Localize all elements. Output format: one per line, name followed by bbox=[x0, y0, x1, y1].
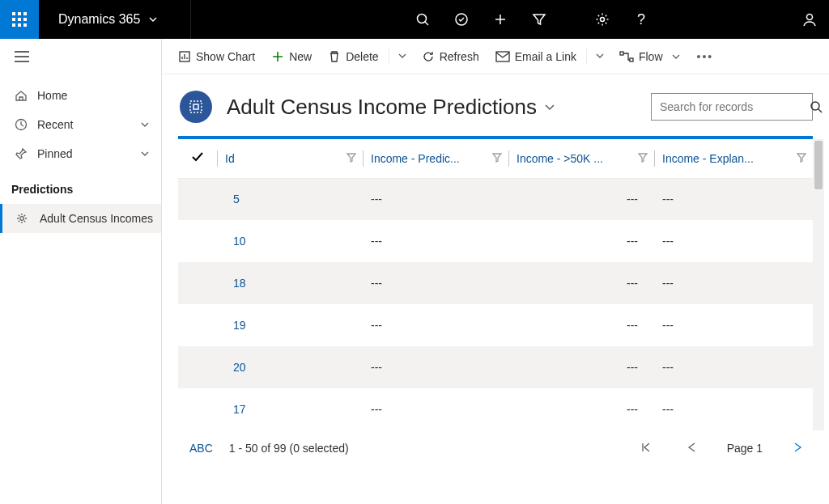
sidebar: Home Recent Pinned Predi bbox=[0, 39, 162, 504]
table-row[interactable]: 18--------- bbox=[178, 262, 813, 304]
cell-id[interactable]: 10 bbox=[217, 220, 363, 262]
main-content: Show Chart New Delete bbox=[162, 39, 829, 504]
nav-item-adult-census[interactable]: Adult Census Incomes bbox=[0, 204, 161, 233]
cmd-flow[interactable]: Flow bbox=[611, 39, 689, 74]
plus-icon bbox=[271, 50, 284, 63]
first-page-button[interactable] bbox=[631, 441, 661, 456]
search-button[interactable] bbox=[403, 0, 442, 39]
svg-rect-1 bbox=[18, 12, 21, 15]
nav-home[interactable]: Home bbox=[0, 81, 161, 110]
cmd-show-chart[interactable]: Show Chart bbox=[170, 39, 263, 74]
cmd-email-link[interactable]: Email a Link bbox=[487, 39, 585, 74]
filter-icon[interactable] bbox=[797, 152, 806, 165]
cell-gt50k: --- bbox=[508, 304, 654, 346]
grid-pager: ABC 1 - 50 of 99 (0 selected) Page 1 bbox=[178, 430, 813, 466]
cell-id[interactable]: 20 bbox=[217, 346, 363, 388]
settings-button[interactable] bbox=[583, 0, 622, 39]
search-icon[interactable] bbox=[810, 100, 823, 113]
cell-prediction: --- bbox=[363, 178, 508, 220]
task-button[interactable] bbox=[442, 0, 481, 39]
record-search[interactable] bbox=[651, 93, 813, 121]
cmd-delete[interactable]: Delete bbox=[320, 39, 386, 74]
add-button[interactable] bbox=[481, 0, 520, 39]
brand-switcher[interactable]: Dynamics 365 bbox=[39, 0, 191, 39]
row-selector[interactable] bbox=[178, 220, 217, 262]
cell-prediction: --- bbox=[363, 346, 508, 388]
svg-rect-19 bbox=[190, 101, 202, 112]
clock-icon bbox=[15, 118, 28, 131]
svg-rect-6 bbox=[12, 23, 15, 27]
view-title[interactable]: Adult Census Income Predictions bbox=[227, 95, 537, 120]
cell-gt50k: --- bbox=[508, 220, 654, 262]
cell-explanation: --- bbox=[654, 178, 813, 220]
cell-id[interactable]: 5 bbox=[217, 178, 363, 220]
refresh-icon bbox=[422, 50, 435, 63]
cmd-delete-split[interactable] bbox=[391, 50, 414, 63]
app-launcher-button[interactable] bbox=[0, 0, 39, 39]
grid-scrollbar[interactable] bbox=[813, 139, 824, 430]
cmd-label: Delete bbox=[346, 50, 378, 63]
next-page-button[interactable] bbox=[784, 441, 813, 456]
row-selector[interactable] bbox=[178, 262, 217, 304]
nav-pinned[interactable]: Pinned bbox=[0, 139, 161, 168]
table-row[interactable]: 20--------- bbox=[178, 346, 813, 388]
table-row[interactable]: 5--------- bbox=[178, 178, 813, 220]
svg-rect-8 bbox=[23, 23, 27, 27]
brand-label: Dynamics 365 bbox=[58, 12, 140, 27]
chevron-down-icon bbox=[140, 149, 150, 159]
cmd-overflow[interactable]: ••• bbox=[689, 50, 722, 63]
profile-button[interactable] bbox=[790, 0, 829, 39]
nav-recent-label: Recent bbox=[37, 118, 73, 131]
table-row[interactable]: 10--------- bbox=[178, 220, 813, 262]
cell-prediction: --- bbox=[363, 388, 508, 430]
cell-explanation: --- bbox=[654, 262, 813, 304]
cmd-refresh[interactable]: Refresh bbox=[414, 39, 487, 74]
svg-rect-2 bbox=[23, 12, 27, 15]
cell-id[interactable]: 18 bbox=[217, 262, 363, 304]
select-all-header[interactable] bbox=[178, 139, 217, 178]
record-grid: Id Income - Predic... Income - >50K ... … bbox=[178, 136, 813, 430]
hamburger-button[interactable] bbox=[15, 51, 29, 62]
nav-recent[interactable]: Recent bbox=[0, 110, 161, 139]
row-selector[interactable] bbox=[178, 346, 217, 388]
chevron-down-icon bbox=[671, 52, 681, 61]
svg-point-9 bbox=[418, 15, 427, 23]
row-selector[interactable] bbox=[178, 178, 217, 220]
cell-id[interactable]: 19 bbox=[217, 304, 363, 346]
col-explanation[interactable]: Income - Explan... bbox=[654, 139, 813, 178]
command-bar: Show Chart New Delete bbox=[162, 39, 829, 74]
trash-icon bbox=[328, 50, 341, 63]
search-input[interactable] bbox=[652, 100, 810, 113]
cmd-new[interactable]: New bbox=[263, 39, 320, 74]
filter-icon[interactable] bbox=[638, 152, 648, 165]
cell-id[interactable]: 17 bbox=[217, 388, 363, 430]
email-icon bbox=[495, 51, 510, 62]
alpha-filter[interactable]: ABC bbox=[189, 442, 213, 455]
filter-button[interactable] bbox=[520, 0, 559, 39]
table-row[interactable]: 17--------- bbox=[178, 388, 813, 430]
entity-avatar bbox=[180, 91, 212, 123]
row-selector[interactable] bbox=[178, 304, 217, 346]
chevron-down-icon bbox=[148, 15, 158, 24]
cell-prediction: --- bbox=[363, 220, 508, 262]
nav-pinned-label: Pinned bbox=[37, 147, 73, 160]
filter-icon[interactable] bbox=[346, 152, 356, 165]
col-prediction[interactable]: Income - Predic... bbox=[363, 139, 508, 178]
chevron-down-icon[interactable] bbox=[543, 100, 556, 113]
cell-gt50k: --- bbox=[508, 388, 654, 430]
row-selector[interactable] bbox=[178, 388, 217, 430]
table-row[interactable]: 19--------- bbox=[178, 304, 813, 346]
help-button[interactable]: ? bbox=[622, 0, 661, 39]
svg-point-11 bbox=[601, 18, 605, 22]
cmd-email-split[interactable] bbox=[589, 50, 611, 63]
prev-page-button[interactable] bbox=[677, 441, 706, 456]
svg-rect-4 bbox=[18, 18, 21, 21]
svg-rect-17 bbox=[620, 52, 623, 55]
col-gt50k[interactable]: Income - >50K ... bbox=[508, 139, 654, 178]
flow-icon bbox=[619, 51, 634, 62]
col-id[interactable]: Id bbox=[217, 139, 363, 178]
svg-rect-5 bbox=[23, 18, 27, 21]
cmd-label: Show Chart bbox=[196, 50, 255, 63]
filter-icon[interactable] bbox=[492, 152, 502, 165]
user-area[interactable] bbox=[661, 0, 790, 39]
